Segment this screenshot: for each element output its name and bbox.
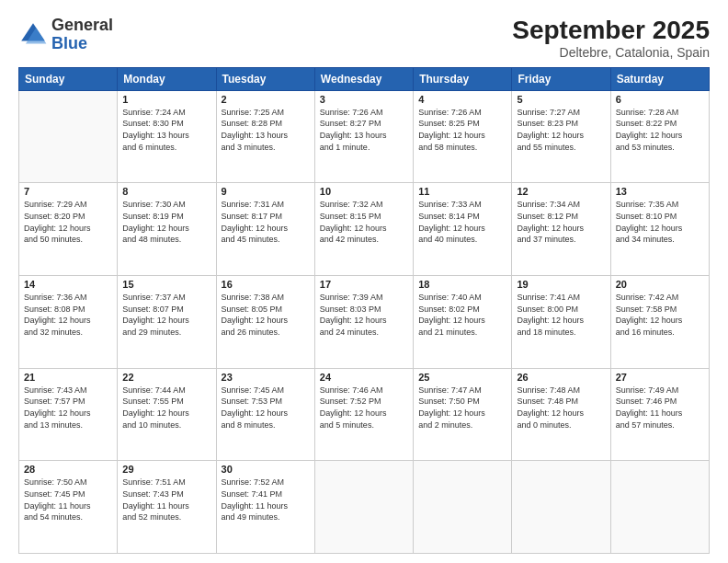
day-info: Sunrise: 7:42 AM Sunset: 7:58 PM Dayligh… [616,292,704,338]
table-row: 5Sunrise: 7:27 AM Sunset: 8:23 PM Daylig… [512,90,610,183]
day-number: 11 [418,186,506,197]
table-row [414,461,512,554]
day-info: Sunrise: 7:29 AM Sunset: 8:20 PM Dayligh… [24,199,112,245]
table-row [512,461,610,554]
day-info: Sunrise: 7:50 AM Sunset: 7:45 PM Dayligh… [24,477,112,523]
day-info: Sunrise: 7:33 AM Sunset: 8:14 PM Dayligh… [418,199,506,245]
day-info: Sunrise: 7:25 AM Sunset: 8:28 PM Dayligh… [222,107,310,153]
day-number: 9 [222,186,310,197]
day-info: Sunrise: 7:40 AM Sunset: 8:02 PM Dayligh… [418,292,506,338]
day-info: Sunrise: 7:49 AM Sunset: 7:46 PM Dayligh… [616,385,704,431]
day-info: Sunrise: 7:51 AM Sunset: 7:43 PM Dayligh… [122,477,210,523]
table-row: 23Sunrise: 7:45 AM Sunset: 7:53 PM Dayli… [216,368,314,461]
calendar-week-row: 14Sunrise: 7:36 AM Sunset: 8:08 PM Dayli… [19,276,710,369]
table-row: 13Sunrise: 7:35 AM Sunset: 8:10 PM Dayli… [610,183,709,276]
day-info: Sunrise: 7:36 AM Sunset: 8:08 PM Dayligh… [24,292,112,338]
day-info: Sunrise: 7:45 AM Sunset: 7:53 PM Dayligh… [222,385,310,431]
day-number: 1 [122,94,210,105]
day-number: 21 [24,372,112,383]
table-row: 9Sunrise: 7:31 AM Sunset: 8:17 PM Daylig… [216,183,314,276]
table-row: 15Sunrise: 7:37 AM Sunset: 8:07 PM Dayli… [118,276,216,369]
table-row [19,90,118,183]
day-info: Sunrise: 7:47 AM Sunset: 7:50 PM Dayligh… [418,385,506,431]
day-info: Sunrise: 7:26 AM Sunset: 8:27 PM Dayligh… [320,107,408,153]
day-number: 17 [320,279,408,290]
day-info: Sunrise: 7:24 AM Sunset: 8:30 PM Dayligh… [122,107,210,153]
day-number: 14 [24,279,112,290]
page: General Blue September 2025 Deltebre, Ca… [0,0,728,563]
table-row: 19Sunrise: 7:41 AM Sunset: 8:00 PM Dayli… [512,276,610,369]
header: General Blue September 2025 Deltebre, Ca… [18,17,710,60]
day-number: 2 [222,94,310,105]
day-info: Sunrise: 7:37 AM Sunset: 8:07 PM Dayligh… [122,292,210,338]
header-thursday: Thursday [414,67,512,90]
day-info: Sunrise: 7:43 AM Sunset: 7:57 PM Dayligh… [24,385,112,431]
calendar-subtitle: Deltebre, Catalonia, Spain [512,45,710,60]
day-info: Sunrise: 7:30 AM Sunset: 8:19 PM Dayligh… [122,199,210,245]
table-row: 29Sunrise: 7:51 AM Sunset: 7:43 PM Dayli… [118,461,216,554]
table-row: 11Sunrise: 7:33 AM Sunset: 8:14 PM Dayli… [414,183,512,276]
day-number: 18 [418,279,506,290]
table-row: 20Sunrise: 7:42 AM Sunset: 7:58 PM Dayli… [610,276,709,369]
day-number: 3 [320,94,408,105]
table-row: 27Sunrise: 7:49 AM Sunset: 7:46 PM Dayli… [610,368,709,461]
day-info: Sunrise: 7:31 AM Sunset: 8:17 PM Dayligh… [222,199,310,245]
day-number: 26 [517,372,605,383]
table-row: 18Sunrise: 7:40 AM Sunset: 8:02 PM Dayli… [414,276,512,369]
day-info: Sunrise: 7:38 AM Sunset: 8:05 PM Dayligh… [222,292,310,338]
day-info: Sunrise: 7:27 AM Sunset: 8:23 PM Dayligh… [517,107,605,153]
day-info: Sunrise: 7:34 AM Sunset: 8:12 PM Dayligh… [517,199,605,245]
day-info: Sunrise: 7:28 AM Sunset: 8:22 PM Dayligh… [616,107,704,153]
day-info: Sunrise: 7:48 AM Sunset: 7:48 PM Dayligh… [517,385,605,431]
table-row: 2Sunrise: 7:25 AM Sunset: 8:28 PM Daylig… [216,90,314,183]
day-number: 28 [24,464,112,475]
calendar-header-row: Sunday Monday Tuesday Wednesday Thursday… [19,67,710,90]
table-row [314,461,413,554]
header-sunday: Sunday [19,67,118,90]
day-number: 16 [222,279,310,290]
day-number: 13 [616,186,704,197]
table-row: 17Sunrise: 7:39 AM Sunset: 8:03 PM Dayli… [314,276,413,369]
day-number: 10 [320,186,408,197]
day-info: Sunrise: 7:35 AM Sunset: 8:10 PM Dayligh… [616,199,704,245]
table-row: 8Sunrise: 7:30 AM Sunset: 8:19 PM Daylig… [118,183,216,276]
logo: General Blue [18,17,113,53]
day-number: 12 [517,186,605,197]
table-row: 6Sunrise: 7:28 AM Sunset: 8:22 PM Daylig… [610,90,709,183]
table-row: 22Sunrise: 7:44 AM Sunset: 7:55 PM Dayli… [118,368,216,461]
header-wednesday: Wednesday [314,67,413,90]
day-number: 25 [418,372,506,383]
day-number: 27 [616,372,704,383]
table-row [610,461,709,554]
day-number: 5 [517,94,605,105]
table-row: 24Sunrise: 7:46 AM Sunset: 7:52 PM Dayli… [314,368,413,461]
table-row: 4Sunrise: 7:26 AM Sunset: 8:25 PM Daylig… [414,90,512,183]
table-row: 25Sunrise: 7:47 AM Sunset: 7:50 PM Dayli… [414,368,512,461]
calendar-body: 1Sunrise: 7:24 AM Sunset: 8:30 PM Daylig… [19,90,710,553]
header-friday: Friday [512,67,610,90]
day-number: 20 [616,279,704,290]
day-info: Sunrise: 7:44 AM Sunset: 7:55 PM Dayligh… [122,385,210,431]
calendar-table: Sunday Monday Tuesday Wednesday Thursday… [18,67,710,554]
day-info: Sunrise: 7:26 AM Sunset: 8:25 PM Dayligh… [418,107,506,153]
day-number: 29 [122,464,210,475]
logo-blue: Blue [51,34,87,52]
day-info: Sunrise: 7:32 AM Sunset: 8:15 PM Dayligh… [320,199,408,245]
table-row: 28Sunrise: 7:50 AM Sunset: 7:45 PM Dayli… [19,461,118,554]
day-number: 6 [616,94,704,105]
logo-icon [18,20,48,50]
day-number: 15 [122,279,210,290]
day-number: 24 [320,372,408,383]
day-number: 8 [122,186,210,197]
title-block: September 2025 Deltebre, Catalonia, Spai… [512,17,710,60]
day-info: Sunrise: 7:41 AM Sunset: 8:00 PM Dayligh… [517,292,605,338]
calendar-week-row: 1Sunrise: 7:24 AM Sunset: 8:30 PM Daylig… [19,90,710,183]
day-info: Sunrise: 7:39 AM Sunset: 8:03 PM Dayligh… [320,292,408,338]
header-monday: Monday [118,67,216,90]
calendar-week-row: 28Sunrise: 7:50 AM Sunset: 7:45 PM Dayli… [19,461,710,554]
day-info: Sunrise: 7:52 AM Sunset: 7:41 PM Dayligh… [222,477,310,523]
day-number: 22 [122,372,210,383]
header-saturday: Saturday [610,67,709,90]
calendar-week-row: 21Sunrise: 7:43 AM Sunset: 7:57 PM Dayli… [19,368,710,461]
table-row: 16Sunrise: 7:38 AM Sunset: 8:05 PM Dayli… [216,276,314,369]
